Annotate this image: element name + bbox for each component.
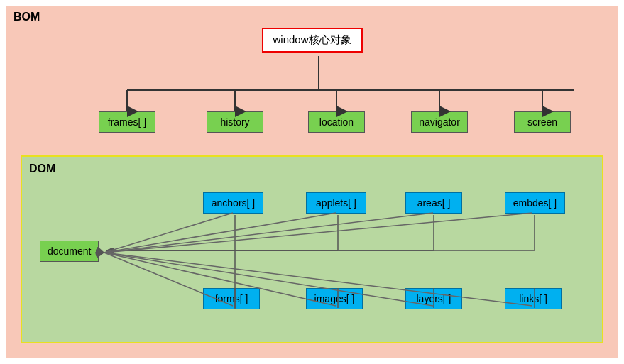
dom-label: DOM — [29, 162, 55, 175]
node-screen: screen — [514, 111, 571, 133]
window-node: window核心对象 — [261, 28, 362, 53]
node-navigator: navigator — [411, 111, 468, 133]
node-applets: applets[ ] — [306, 192, 366, 214]
node-embdes: embdes[ ] — [505, 192, 565, 214]
bom-box: BOM window核心对象 frames[ ] history locatio… — [6, 6, 618, 358]
node-forms: forms[ ] — [203, 288, 260, 309]
main-container: BOM window核心对象 frames[ ] history locatio… — [0, 0, 624, 364]
node-history: history — [207, 111, 263, 133]
node-anchors: anchors[ ] — [203, 192, 263, 214]
node-document: document — [40, 241, 99, 262]
dom-box: DOM document anchors[ ] applets[ ] areas… — [21, 155, 603, 343]
node-images: images[ ] — [306, 288, 363, 309]
node-links: links[ ] — [505, 288, 562, 309]
node-location: location — [308, 111, 365, 133]
node-areas: areas[ ] — [405, 192, 462, 214]
dom-arrows — [22, 157, 602, 342]
node-layers: layers[ ] — [405, 288, 462, 309]
node-frames: frames[ ] — [99, 111, 155, 133]
bom-label: BOM — [13, 11, 40, 23]
